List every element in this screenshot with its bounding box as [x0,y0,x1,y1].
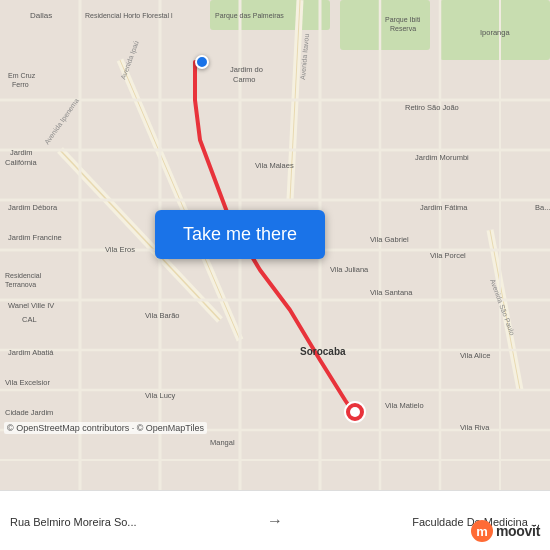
svg-text:Jardim Morumbi: Jardim Morumbi [415,153,469,162]
origin-pin [195,55,209,69]
svg-text:Residencial Horto Florestal l: Residencial Horto Florestal l [85,12,173,19]
svg-text:Ba...: Ba... [535,203,550,212]
svg-text:Jardim do: Jardim do [230,65,263,74]
svg-text:Retiro São João: Retiro São João [405,103,459,112]
svg-text:Vila Eros: Vila Eros [105,245,135,254]
arrow-container: → [261,512,289,530]
svg-rect-1 [340,0,430,50]
svg-text:Iporanga: Iporanga [480,28,510,37]
svg-text:Sorocaba: Sorocaba [300,346,346,357]
app: Dallas Residencial Horto Florestal l Par… [0,0,550,550]
arrow-right-icon: → [267,512,283,530]
svg-text:Vila Malaes: Vila Malaes [255,161,294,170]
svg-text:Parque Ibiti: Parque Ibiti [385,16,421,24]
svg-text:Vila Juliana: Vila Juliana [330,265,369,274]
from-label: Rua Belmiro Moreira So... [10,516,137,528]
svg-point-71 [350,407,360,417]
svg-text:Vila Porcel: Vila Porcel [430,251,466,260]
moovit-icon: m [471,520,493,542]
svg-text:Dallas: Dallas [30,11,52,20]
svg-text:Cidade Jardim: Cidade Jardim [5,408,53,417]
svg-text:Terranova: Terranova [5,281,36,288]
svg-text:Jardim Débora: Jardim Débora [8,203,58,212]
svg-text:Reserva: Reserva [390,25,416,32]
svg-text:Vila Riva: Vila Riva [460,423,490,432]
svg-text:Jardim: Jardim [10,148,33,157]
svg-text:Vila Gabriel: Vila Gabriel [370,235,409,244]
svg-text:Vila Santana: Vila Santana [370,288,413,297]
svg-text:CAL: CAL [22,315,37,324]
bottom-bar: Rua Belmiro Moreira So... → Faculdade De… [0,490,550,550]
svg-text:Jardim Fátima: Jardim Fátima [420,203,468,212]
svg-text:Jardim Francine: Jardim Francine [8,233,62,242]
svg-text:Vila Lucy: Vila Lucy [145,391,176,400]
svg-text:Vila Excelsior: Vila Excelsior [5,378,50,387]
svg-text:Ferro: Ferro [12,81,29,88]
svg-text:Wanel Ville IV: Wanel Ville IV [8,301,54,310]
map-container: Dallas Residencial Horto Florestal l Par… [0,0,550,490]
svg-text:Califórnia: Califórnia [5,158,38,167]
svg-text:Vila Matielo: Vila Matielo [385,401,424,410]
svg-text:Carmo: Carmo [233,75,256,84]
moovit-text: moovit [496,523,540,539]
svg-text:Mangal: Mangal [210,438,235,447]
route-info: Rua Belmiro Moreira So... → Faculdade De… [0,512,550,530]
moovit-logo: m moovit [471,520,540,542]
svg-text:Vila Barão: Vila Barão [145,311,179,320]
svg-text:Parque das Palmeiras: Parque das Palmeiras [215,12,284,20]
map-attribution: © OpenStreetMap contributors · © OpenMap… [4,422,207,434]
route-from: Rua Belmiro Moreira So... [10,512,253,530]
svg-text:Residencial: Residencial [5,272,42,279]
take-me-there-button[interactable]: Take me there [155,210,325,259]
svg-text:Jardim Abatiá: Jardim Abatiá [8,348,54,357]
svg-text:Em Cruz: Em Cruz [8,72,36,79]
svg-text:Vila Alice: Vila Alice [460,351,490,360]
